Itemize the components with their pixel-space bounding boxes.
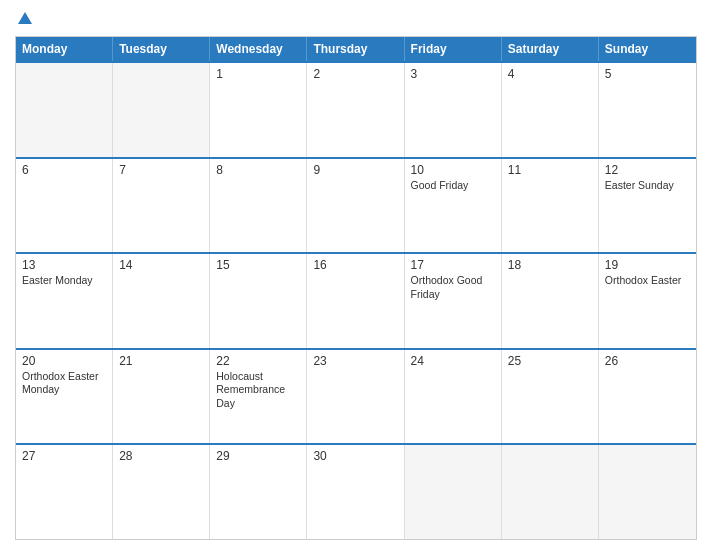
day-event: Orthodox Easter Monday [22,370,106,397]
day-event: Good Friday [411,179,495,193]
calendar-cell [405,445,502,539]
day-number: 3 [411,67,495,81]
header-day-saturday: Saturday [502,37,599,61]
header-day-wednesday: Wednesday [210,37,307,61]
day-number: 19 [605,258,690,272]
day-number: 12 [605,163,690,177]
logo [15,10,35,28]
day-number: 26 [605,354,690,368]
calendar-cell: 23 [307,350,404,444]
header-day-sunday: Sunday [599,37,696,61]
day-number: 22 [216,354,300,368]
day-number: 30 [313,449,397,463]
calendar-cell [16,63,113,157]
svg-marker-0 [18,12,32,24]
calendar-body: 12345678910Good Friday1112Easter Sunday1… [16,61,696,539]
calendar-cell: 2 [307,63,404,157]
day-number: 14 [119,258,203,272]
calendar-cell: 10Good Friday [405,159,502,253]
calendar-cell [502,445,599,539]
calendar-cell: 22Holocaust Remembrance Day [210,350,307,444]
header-day-friday: Friday [405,37,502,61]
calendar-week-1: 12345 [16,61,696,157]
calendar-cell: 8 [210,159,307,253]
calendar-cell: 30 [307,445,404,539]
calendar: MondayTuesdayWednesdayThursdayFridaySatu… [15,36,697,540]
calendar-cell: 29 [210,445,307,539]
logo-icon [16,10,34,28]
calendar-cell: 11 [502,159,599,253]
calendar-week-3: 13Easter Monday14151617Orthodox Good Fri… [16,252,696,348]
day-number: 25 [508,354,592,368]
day-number: 27 [22,449,106,463]
calendar-week-5: 27282930 [16,443,696,539]
calendar-cell: 24 [405,350,502,444]
day-event: Easter Monday [22,274,106,288]
day-number: 4 [508,67,592,81]
calendar-cell: 5 [599,63,696,157]
day-number: 16 [313,258,397,272]
day-event: Easter Sunday [605,179,690,193]
header-day-thursday: Thursday [307,37,404,61]
day-number: 11 [508,163,592,177]
day-number: 17 [411,258,495,272]
calendar-week-2: 678910Good Friday1112Easter Sunday [16,157,696,253]
day-number: 24 [411,354,495,368]
calendar-cell: 7 [113,159,210,253]
header-day-tuesday: Tuesday [113,37,210,61]
calendar-cell: 27 [16,445,113,539]
calendar-week-4: 20Orthodox Easter Monday2122Holocaust Re… [16,348,696,444]
calendar-cell: 20Orthodox Easter Monday [16,350,113,444]
calendar-cell: 14 [113,254,210,348]
day-event: Holocaust Remembrance Day [216,370,300,411]
calendar-cell [599,445,696,539]
calendar-cell: 25 [502,350,599,444]
day-number: 8 [216,163,300,177]
calendar-cell: 13Easter Monday [16,254,113,348]
day-number: 21 [119,354,203,368]
calendar-cell: 3 [405,63,502,157]
day-number: 28 [119,449,203,463]
day-number: 9 [313,163,397,177]
calendar-cell: 6 [16,159,113,253]
day-number: 2 [313,67,397,81]
calendar-cell: 1 [210,63,307,157]
header-day-monday: Monday [16,37,113,61]
calendar-cell: 19Orthodox Easter [599,254,696,348]
calendar-header: MondayTuesdayWednesdayThursdayFridaySatu… [16,37,696,61]
day-number: 5 [605,67,690,81]
calendar-cell: 28 [113,445,210,539]
header [15,10,697,28]
day-number: 13 [22,258,106,272]
calendar-cell: 17Orthodox Good Friday [405,254,502,348]
day-number: 20 [22,354,106,368]
calendar-cell: 9 [307,159,404,253]
calendar-cell: 16 [307,254,404,348]
day-number: 29 [216,449,300,463]
day-number: 6 [22,163,106,177]
day-number: 15 [216,258,300,272]
calendar-cell: 4 [502,63,599,157]
day-number: 23 [313,354,397,368]
day-number: 7 [119,163,203,177]
day-number: 10 [411,163,495,177]
calendar-cell: 12Easter Sunday [599,159,696,253]
day-number: 18 [508,258,592,272]
calendar-cell: 15 [210,254,307,348]
day-number: 1 [216,67,300,81]
calendar-cell: 18 [502,254,599,348]
main-container: MondayTuesdayWednesdayThursdayFridaySatu… [0,0,712,550]
calendar-cell: 21 [113,350,210,444]
calendar-cell: 26 [599,350,696,444]
day-event: Orthodox Good Friday [411,274,495,301]
calendar-cell [113,63,210,157]
day-event: Orthodox Easter [605,274,690,288]
